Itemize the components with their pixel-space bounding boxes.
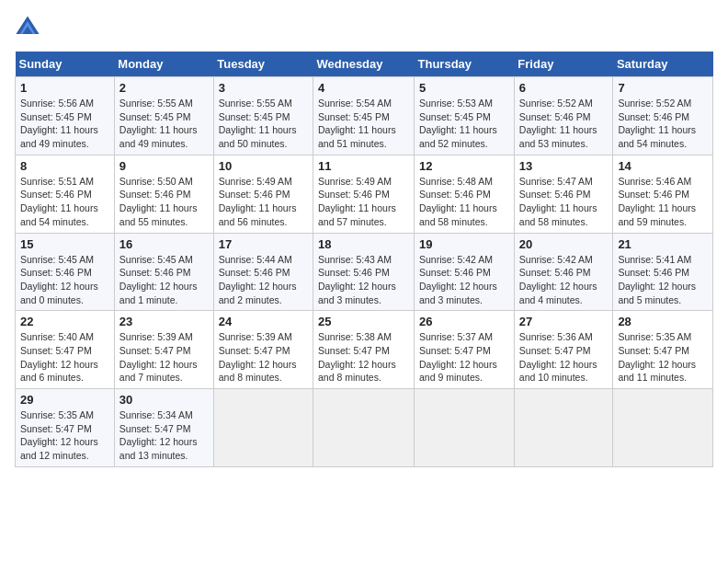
- calendar-cell: 11Sunrise: 5:49 AMSunset: 5:46 PMDayligh…: [313, 155, 415, 233]
- calendar-cell: 28Sunrise: 5:35 AMSunset: 5:47 PMDayligh…: [613, 311, 713, 389]
- day-number: 25: [318, 315, 409, 328]
- day-number: 5: [419, 81, 509, 95]
- calendar-cell: [313, 389, 415, 467]
- day-info: Sunrise: 5:54 AMSunset: 5:45 PMDaylight:…: [318, 97, 409, 151]
- day-number: 2: [119, 81, 209, 95]
- day-info: Sunrise: 5:39 AMSunset: 5:47 PMDaylight:…: [219, 330, 308, 385]
- calendar-cell: [415, 389, 515, 467]
- day-number: 14: [618, 159, 708, 173]
- day-number: 13: [519, 159, 609, 173]
- day-number: 28: [618, 315, 708, 328]
- day-info: Sunrise: 5:45 AMSunset: 5:46 PMDaylight:…: [20, 253, 109, 307]
- day-info: Sunrise: 5:44 AMSunset: 5:46 PMDaylight:…: [219, 253, 308, 307]
- calendar-cell: 23Sunrise: 5:39 AMSunset: 5:47 PMDayligh…: [114, 311, 213, 389]
- calendar-cell: 9Sunrise: 5:50 AMSunset: 5:46 PMDaylight…: [114, 155, 213, 233]
- day-number: 18: [318, 237, 409, 251]
- calendar-cell: 24Sunrise: 5:39 AMSunset: 5:47 PMDayligh…: [213, 311, 313, 389]
- day-info: Sunrise: 5:35 AMSunset: 5:47 PMDaylight:…: [20, 408, 109, 463]
- day-info: Sunrise: 5:36 AMSunset: 5:47 PMDaylight:…: [519, 330, 609, 385]
- day-info: Sunrise: 5:48 AMSunset: 5:46 PMDaylight:…: [419, 175, 509, 229]
- day-info: Sunrise: 5:38 AMSunset: 5:47 PMDaylight:…: [318, 330, 409, 385]
- calendar-header-sunday: Sunday: [16, 52, 115, 77]
- day-number: 27: [519, 315, 609, 328]
- calendar-cell: 22Sunrise: 5:40 AMSunset: 5:47 PMDayligh…: [16, 311, 115, 389]
- day-number: 17: [219, 237, 308, 251]
- day-number: 30: [119, 393, 209, 407]
- day-info: Sunrise: 5:42 AMSunset: 5:46 PMDaylight:…: [519, 253, 609, 307]
- calendar-header-friday: Friday: [514, 52, 613, 77]
- calendar-cell: 26Sunrise: 5:37 AMSunset: 5:47 PMDayligh…: [415, 311, 515, 389]
- calendar-header-row: SundayMondayTuesdayWednesdayThursdayFrid…: [16, 52, 713, 77]
- calendar-cell: 8Sunrise: 5:51 AMSunset: 5:46 PMDaylight…: [16, 155, 115, 233]
- day-number: 9: [119, 159, 209, 173]
- calendar-cell: 2Sunrise: 5:55 AMSunset: 5:45 PMDaylight…: [114, 77, 213, 155]
- day-number: 3: [219, 81, 308, 95]
- day-number: 20: [519, 237, 609, 251]
- day-info: Sunrise: 5:49 AMSunset: 5:46 PMDaylight:…: [219, 175, 308, 229]
- calendar-cell: 7Sunrise: 5:52 AMSunset: 5:46 PMDaylight…: [613, 77, 713, 155]
- calendar-cell: [613, 389, 713, 467]
- calendar-header-thursday: Thursday: [415, 52, 515, 77]
- day-number: 8: [20, 159, 109, 173]
- day-info: Sunrise: 5:52 AMSunset: 5:46 PMDaylight:…: [519, 97, 609, 151]
- calendar-header-tuesday: Tuesday: [213, 52, 313, 77]
- day-info: Sunrise: 5:37 AMSunset: 5:47 PMDaylight:…: [419, 330, 509, 385]
- day-number: 21: [618, 237, 708, 251]
- calendar-cell: 3Sunrise: 5:55 AMSunset: 5:45 PMDaylight…: [213, 77, 313, 155]
- calendar-cell: 19Sunrise: 5:42 AMSunset: 5:46 PMDayligh…: [415, 233, 515, 311]
- day-number: 15: [20, 237, 109, 251]
- calendar-week-1: 1Sunrise: 5:56 AMSunset: 5:45 PMDaylight…: [16, 77, 713, 155]
- calendar-cell: 25Sunrise: 5:38 AMSunset: 5:47 PMDayligh…: [313, 311, 415, 389]
- calendar-cell: [213, 389, 313, 467]
- calendar-cell: 5Sunrise: 5:53 AMSunset: 5:45 PMDaylight…: [415, 77, 515, 155]
- day-info: Sunrise: 5:55 AMSunset: 5:45 PMDaylight:…: [119, 97, 209, 151]
- calendar-cell: [514, 389, 613, 467]
- calendar-cell: 27Sunrise: 5:36 AMSunset: 5:47 PMDayligh…: [514, 311, 613, 389]
- day-number: 16: [119, 237, 209, 251]
- day-info: Sunrise: 5:45 AMSunset: 5:46 PMDaylight:…: [119, 253, 209, 307]
- day-number: 6: [519, 81, 609, 95]
- day-number: 12: [419, 159, 509, 173]
- calendar-week-2: 8Sunrise: 5:51 AMSunset: 5:46 PMDaylight…: [16, 155, 713, 233]
- calendar-table: SundayMondayTuesdayWednesdayThursdayFrid…: [15, 52, 713, 467]
- calendar-header-monday: Monday: [114, 52, 213, 77]
- day-number: 10: [219, 159, 308, 173]
- calendar-cell: 20Sunrise: 5:42 AMSunset: 5:46 PMDayligh…: [514, 233, 613, 311]
- calendar-cell: 15Sunrise: 5:45 AMSunset: 5:46 PMDayligh…: [16, 233, 115, 311]
- day-number: 11: [318, 159, 409, 173]
- calendar-week-4: 22Sunrise: 5:40 AMSunset: 5:47 PMDayligh…: [16, 311, 713, 389]
- day-number: 22: [20, 315, 109, 328]
- day-info: Sunrise: 5:42 AMSunset: 5:46 PMDaylight:…: [419, 253, 509, 307]
- day-number: 19: [419, 237, 509, 251]
- calendar-week-5: 29Sunrise: 5:35 AMSunset: 5:47 PMDayligh…: [16, 389, 713, 467]
- logo: [15, 15, 44, 40]
- calendar-cell: 16Sunrise: 5:45 AMSunset: 5:46 PMDayligh…: [114, 233, 213, 311]
- calendar-week-3: 15Sunrise: 5:45 AMSunset: 5:46 PMDayligh…: [16, 233, 713, 311]
- calendar-cell: 1Sunrise: 5:56 AMSunset: 5:45 PMDaylight…: [16, 77, 115, 155]
- calendar-cell: 29Sunrise: 5:35 AMSunset: 5:47 PMDayligh…: [16, 389, 115, 467]
- calendar-cell: 13Sunrise: 5:47 AMSunset: 5:46 PMDayligh…: [514, 155, 613, 233]
- day-number: 26: [419, 315, 509, 328]
- calendar-cell: 14Sunrise: 5:46 AMSunset: 5:46 PMDayligh…: [613, 155, 713, 233]
- logo-icon: [15, 15, 40, 40]
- day-number: 1: [20, 81, 109, 95]
- day-number: 24: [219, 315, 308, 328]
- day-info: Sunrise: 5:49 AMSunset: 5:46 PMDaylight:…: [318, 175, 409, 229]
- day-info: Sunrise: 5:34 AMSunset: 5:47 PMDaylight:…: [119, 408, 209, 463]
- calendar-cell: 6Sunrise: 5:52 AMSunset: 5:46 PMDaylight…: [514, 77, 613, 155]
- day-info: Sunrise: 5:40 AMSunset: 5:47 PMDaylight:…: [20, 330, 109, 385]
- calendar-cell: 21Sunrise: 5:41 AMSunset: 5:46 PMDayligh…: [613, 233, 713, 311]
- day-info: Sunrise: 5:51 AMSunset: 5:46 PMDaylight:…: [20, 175, 109, 229]
- calendar-cell: 30Sunrise: 5:34 AMSunset: 5:47 PMDayligh…: [114, 389, 213, 467]
- calendar-cell: 17Sunrise: 5:44 AMSunset: 5:46 PMDayligh…: [213, 233, 313, 311]
- day-info: Sunrise: 5:46 AMSunset: 5:46 PMDaylight:…: [618, 175, 708, 229]
- day-info: Sunrise: 5:39 AMSunset: 5:47 PMDaylight:…: [119, 330, 209, 385]
- day-number: 29: [20, 393, 109, 407]
- calendar-cell: 4Sunrise: 5:54 AMSunset: 5:45 PMDaylight…: [313, 77, 415, 155]
- calendar-cell: 12Sunrise: 5:48 AMSunset: 5:46 PMDayligh…: [415, 155, 515, 233]
- day-info: Sunrise: 5:43 AMSunset: 5:46 PMDaylight:…: [318, 253, 409, 307]
- day-number: 7: [618, 81, 708, 95]
- day-info: Sunrise: 5:52 AMSunset: 5:46 PMDaylight:…: [618, 97, 708, 151]
- day-info: Sunrise: 5:56 AMSunset: 5:45 PMDaylight:…: [20, 97, 109, 151]
- day-number: 23: [119, 315, 209, 328]
